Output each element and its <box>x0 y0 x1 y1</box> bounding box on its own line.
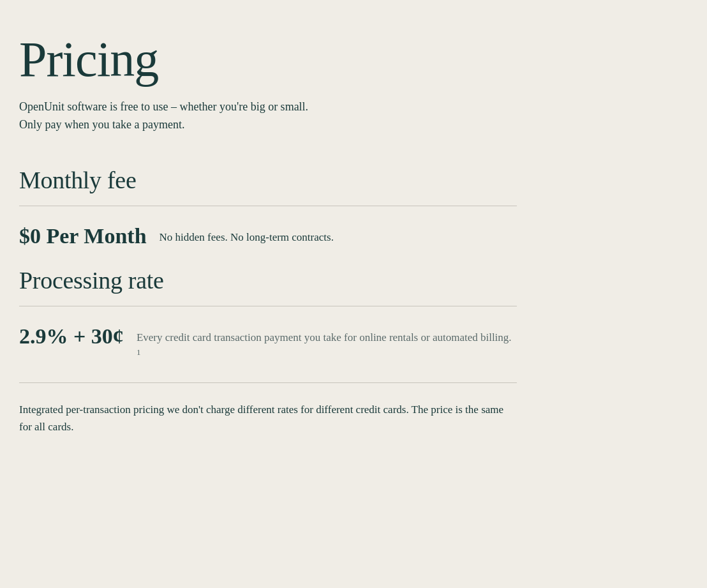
page-subtitle: OpenUnit software is free to use – wheth… <box>19 98 517 134</box>
footer-note: Integrated per-transaction pricing we do… <box>19 382 517 435</box>
page-container: Pricing OpenUnit software is free to use… <box>19 26 517 442</box>
processing-rate-description: Every credit card transaction payment yo… <box>137 324 517 365</box>
monthly-fee-section: Monthly fee $0 Per Month No hidden fees.… <box>19 166 517 248</box>
processing-rate-section: Processing rate 2.9% + 30¢ Every credit … <box>19 266 517 365</box>
processing-rate-amount: 2.9% + 30¢ <box>19 324 124 349</box>
page-title: Pricing <box>19 32 517 87</box>
processing-rate-row: 2.9% + 30¢ Every credit card transaction… <box>19 324 517 365</box>
footnote-marker: 1 <box>137 347 141 357</box>
monthly-fee-row: $0 Per Month No hidden fees. No long-ter… <box>19 224 517 248</box>
processing-rate-divider <box>19 306 517 306</box>
processing-rate-heading: Processing rate <box>19 266 517 294</box>
monthly-fee-description: No hidden fees. No long-term contracts. <box>160 224 334 246</box>
monthly-fee-heading: Monthly fee <box>19 166 517 194</box>
monthly-fee-divider <box>19 206 517 206</box>
monthly-fee-amount: $0 Per Month <box>19 224 147 248</box>
